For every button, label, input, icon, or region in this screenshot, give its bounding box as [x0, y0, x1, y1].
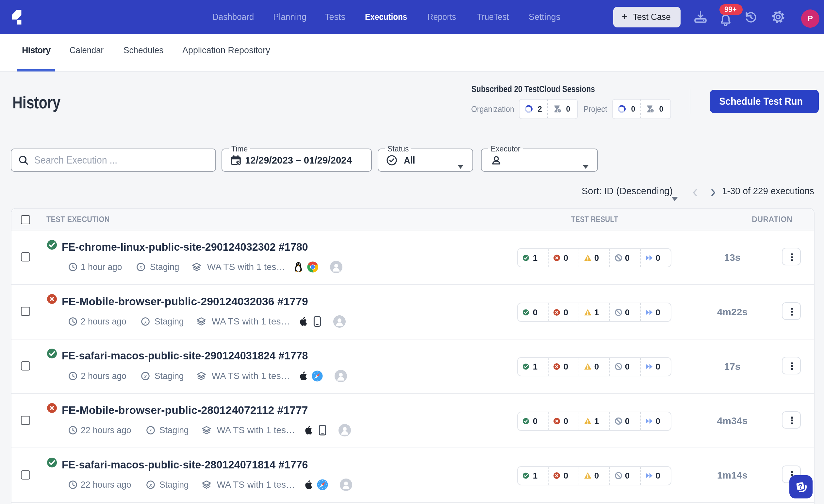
svg-text:x: x — [144, 319, 147, 325]
svg-text:x: x — [149, 482, 152, 488]
svg-text:x: x — [139, 264, 142, 270]
svg-text:x: x — [144, 373, 147, 379]
svg-text:x: x — [149, 427, 152, 433]
